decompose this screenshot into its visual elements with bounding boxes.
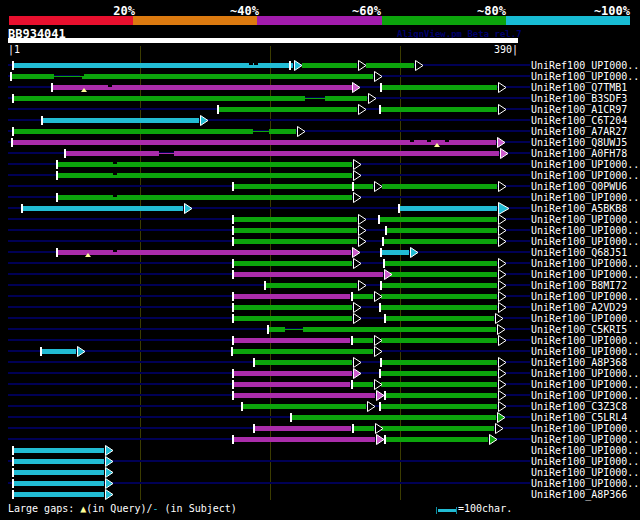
alignment-arrow-icon[interactable] — [358, 280, 367, 291]
alignment-bar[interactable] — [291, 415, 496, 420]
alignment-arrow-icon[interactable] — [297, 126, 306, 137]
alignment-arrow-icon[interactable] — [358, 236, 367, 247]
alignment-bar[interactable] — [303, 327, 496, 332]
alignment-arrow-icon[interactable] — [358, 214, 367, 225]
alignment-bar[interactable] — [385, 437, 488, 442]
alignment-bar[interactable] — [41, 349, 76, 354]
alignment-bar[interactable] — [232, 349, 373, 354]
alignment-bar[interactable] — [381, 382, 497, 387]
alignment-arrow-icon[interactable] — [410, 247, 419, 258]
alignment-bar[interactable] — [13, 448, 104, 453]
subject-label[interactable]: UniRef100_UPI000.. — [531, 225, 639, 236]
alignment-arrow-icon[interactable] — [498, 181, 507, 192]
subject-label[interactable]: UniRef100_A7AR27 — [531, 126, 627, 137]
alignment-bar[interactable] — [242, 404, 366, 409]
alignment-arrow-icon[interactable] — [294, 60, 303, 71]
alignment-arrow-icon[interactable] — [497, 412, 506, 423]
alignment-arrow-icon[interactable] — [495, 313, 504, 324]
alignment-bar[interactable] — [380, 371, 497, 376]
subject-label[interactable]: UniRef100_UPI000.. — [531, 236, 639, 247]
alignment-arrow-icon[interactable] — [498, 401, 507, 412]
alignment-arrow-icon[interactable] — [77, 346, 86, 357]
alignment-bar[interactable] — [386, 228, 497, 233]
alignment-bar[interactable] — [57, 195, 352, 200]
subject-label[interactable]: UniRef100_UPI000.. — [531, 467, 639, 478]
alignment-bar[interactable] — [380, 305, 497, 310]
alignment-arrow-icon[interactable] — [353, 357, 362, 368]
alignment-bar[interactable] — [218, 107, 357, 112]
alignment-arrow-icon[interactable] — [384, 269, 393, 280]
alignment-bar[interactable] — [385, 316, 494, 321]
alignment-bar[interactable] — [22, 206, 183, 211]
alignment-bar[interactable] — [352, 382, 373, 387]
alignment-arrow-icon[interactable] — [497, 324, 506, 335]
subject-label[interactable]: UniRef100_UPI000.. — [531, 71, 639, 82]
alignment-arrow-icon[interactable] — [415, 60, 424, 71]
subject-label[interactable]: UniRef100_UPI000.. — [531, 346, 639, 357]
subject-label[interactable]: UniRef100_C3Z3C8 — [531, 401, 627, 412]
alignment-bar[interactable] — [65, 151, 159, 156]
alignment-arrow-icon[interactable] — [353, 313, 362, 324]
alignment-arrow-icon[interactable] — [500, 148, 509, 159]
subject-label[interactable]: UniRef100_C6T204 — [531, 115, 627, 126]
subject-label[interactable]: UniRef100_C5KRI5 — [531, 324, 627, 335]
alignment-arrow-icon[interactable] — [498, 291, 507, 302]
alignment-bar[interactable] — [233, 228, 357, 233]
alignment-bar[interactable] — [381, 250, 409, 255]
subject-label[interactable]: UniRef100_Q68J51 — [531, 247, 627, 258]
alignment-arrow-icon[interactable] — [498, 379, 507, 390]
alignment-arrow-icon[interactable] — [105, 489, 114, 500]
alignment-bar[interactable] — [13, 459, 104, 464]
subject-label[interactable]: UniRef100_UPI000.. — [531, 434, 639, 445]
alignment-arrow-icon[interactable] — [105, 456, 114, 467]
alignment-arrow-icon[interactable] — [352, 82, 361, 93]
subject-label[interactable]: UniRef100_B3SDF3 — [531, 93, 627, 104]
alignment-bar[interactable] — [42, 118, 199, 123]
alignment-arrow-icon[interactable] — [367, 401, 376, 412]
alignment-arrow-icon[interactable] — [498, 236, 507, 247]
subject-label[interactable]: UniRef100_UPI000.. — [531, 456, 639, 467]
alignment-arrow-icon[interactable] — [497, 137, 506, 148]
alignment-arrow-icon[interactable] — [353, 192, 362, 203]
alignment-arrow-icon[interactable] — [353, 159, 362, 170]
alignment-arrow-icon[interactable] — [352, 247, 361, 258]
subject-label[interactable]: UniRef100_Q8UWJ5 — [531, 137, 627, 148]
alignment-bar[interactable] — [379, 217, 497, 222]
alignment-bar[interactable] — [52, 85, 352, 90]
alignment-bar[interactable] — [233, 437, 375, 442]
alignment-bar[interactable] — [382, 184, 497, 189]
alignment-bar[interactable] — [381, 426, 494, 431]
alignment-arrow-icon[interactable] — [498, 269, 507, 280]
alignment-bar[interactable] — [13, 481, 104, 486]
subject-label[interactable]: UniRef100_A2VD29 — [531, 302, 627, 313]
alignment-bar[interactable] — [13, 96, 305, 101]
subject-label[interactable]: UniRef100_Q0PWU6 — [531, 181, 627, 192]
alignment-bar[interactable] — [269, 129, 296, 134]
alignment-bar[interactable] — [385, 393, 497, 398]
subject-label[interactable]: UniRef100_A8P366 — [531, 489, 627, 500]
alignment-bar[interactable] — [233, 371, 352, 376]
subject-label[interactable]: UniRef100_UPI000.. — [531, 390, 639, 401]
subject-label[interactable]: UniRef100_UPI000.. — [531, 214, 639, 225]
alignment-arrow-icon[interactable] — [495, 423, 504, 434]
subject-label[interactable]: UniRef100_UPI000.. — [531, 60, 639, 71]
subject-label[interactable]: UniRef100_A8P368 — [531, 357, 627, 368]
alignment-arrow-icon[interactable] — [376, 434, 385, 445]
alignment-arrow-icon[interactable] — [105, 478, 114, 489]
alignment-arrow-icon[interactable] — [358, 225, 367, 236]
alignment-bar[interactable] — [233, 316, 352, 321]
alignment-bar[interactable] — [174, 151, 499, 156]
alignment-arrow-icon[interactable] — [353, 170, 362, 181]
alignment-bar[interactable] — [254, 360, 352, 365]
alignment-bar[interactable] — [12, 140, 496, 145]
alignment-arrow-icon[interactable] — [105, 467, 114, 478]
alignment-bar[interactable] — [13, 129, 253, 134]
subject-label[interactable]: UniRef100_UPI000.. — [531, 335, 639, 346]
subject-label[interactable]: UniRef100_B8MI72 — [531, 280, 627, 291]
alignment-arrow-icon[interactable] — [498, 82, 507, 93]
alignment-bar[interactable] — [233, 239, 357, 244]
subject-label[interactable]: UniRef100_UPI000.. — [531, 159, 639, 170]
alignment-arrow-icon[interactable] — [374, 346, 383, 357]
alignment-arrow-icon[interactable] — [353, 302, 362, 313]
subject-label[interactable]: UniRef100_A1CR97 — [531, 104, 627, 115]
